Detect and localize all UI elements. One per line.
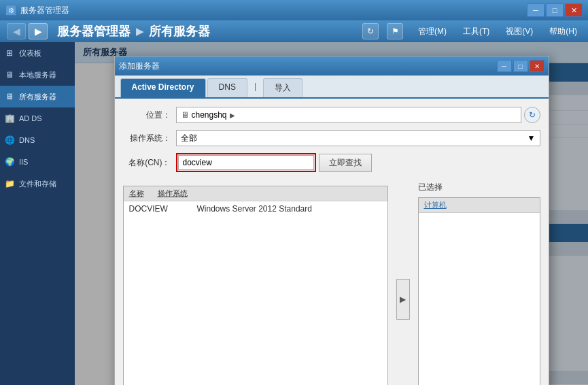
files-icon: 📁 [4,178,15,189]
local-icon: 🖥 [4,69,15,80]
sidebar-label-dns: DNS [19,136,35,144]
results-header: 名称 操作系统 [124,186,387,201]
dns-icon: 🌐 [4,135,15,146]
sidebar-label-files: 文件和存储 [19,179,56,189]
dialog-close[interactable]: ✕ [530,60,544,72]
close-button[interactable]: ✕ [565,3,583,17]
sidebar-label-all-servers: 所有服务器 [19,92,56,102]
title-bar-left: ⚙ 服务器管理器 [5,5,69,16]
result-name-cell: DOCVIEW [129,204,184,214]
tools-menu[interactable]: 工具(T) [459,23,494,40]
results-table: 名称 操作系统 DOCVIEW Windows Server 2012 Stan… [123,186,388,385]
tab-active-directory[interactable]: Active Directory [120,78,206,97]
result-os-cell: Windows Server 2012 Standard [197,204,382,214]
transfer-button[interactable]: ▶ [396,279,410,320]
flag-icon[interactable]: ⚑ [387,23,403,39]
location-arrow: ▶ [230,112,235,119]
add-server-dialog: 添加服务器 ─ □ ✕ Active Directory DNS | 导入 [114,56,549,385]
sidebar: ⊞ 仪表板 🖥 本地服务器 🖥 所有服务器 🏢 AD DS 🌐 DNS 🌍 [0,42,75,385]
dialog-tabs: Active Directory DNS | 导入 [115,76,549,99]
dialog-form: 位置： 🖥 chengshq ▶ ↻ [123,107,540,385]
maximize-button[interactable]: □ [546,3,564,17]
main-window: ⚙ 服务器管理器 ─ □ ✕ ◀ ▶ 服务器管理器 ▶ 所有服务器 ↻ ⚑ 管理… [0,0,588,385]
breadcrumb-current[interactable]: 所有服务器 [149,23,210,39]
location-label: 位置： [123,110,171,121]
os-value: 全部 [181,133,197,144]
os-select[interactable]: 全部 ▼ [176,130,540,146]
sidebar-label-dashboard: 仪表板 [19,48,41,58]
view-menu[interactable]: 视图(V) [502,23,537,40]
window-title: 服务器管理器 [20,5,69,16]
back-button[interactable]: ◀ [7,23,26,39]
col-os-header: 操作系统 [158,188,188,199]
all-servers-icon: 🖥 [4,91,15,102]
os-arrow: ▼ [528,133,536,143]
sidebar-label-local: 本地服务器 [19,70,56,80]
content-area: ⊞ 仪表板 🖥 本地服务器 🖥 所有服务器 🏢 AD DS 🌐 DNS 🌍 [0,42,588,385]
modal-overlay: 添加服务器 ─ □ ✕ Active Directory DNS | 导入 [75,42,588,385]
dialog-maximize[interactable]: □ [513,60,528,72]
sidebar-item-iis[interactable]: 🌍 IIS [0,151,75,173]
col-name-header: 名称 [129,188,144,199]
title-bar: ⚙ 服务器管理器 ─ □ ✕ [0,0,588,20]
location-row: 位置： 🖥 chengshq ▶ ↻ [123,107,540,123]
breadcrumb: 服务器管理器 ▶ 所有服务器 [57,23,360,39]
sidebar-label-ad-ds: AD DS [19,114,42,122]
name-row: 名称(CN)： 立即查找 [123,153,540,172]
os-label: 操作系统： [123,133,171,144]
ad-ds-icon: 🏢 [4,113,15,124]
right-panel: 所有服务器 任务 ▲ 上次更 2014/1 2014/1 ▼ [75,42,588,385]
sidebar-item-dns[interactable]: 🌐 DNS [0,129,75,151]
tab-dns[interactable]: DNS [207,78,247,97]
app-icon: ⚙ [5,5,16,16]
dialog-title-bar: 添加服务器 ─ □ ✕ [115,56,549,76]
sidebar-label-iis: IIS [19,158,28,166]
menu-items: 管理(M) 工具(T) 视图(V) 帮助(H) [414,23,581,40]
results-container: 名称 操作系统 DOCVIEW Windows Server 2012 Stan… [123,182,388,385]
search-button[interactable]: 立即查找 [319,154,372,172]
tab-divider: | [249,78,262,97]
forward-button[interactable]: ▶ [29,23,48,39]
help-menu[interactable]: 帮助(H) [545,23,581,40]
name-input[interactable] [178,155,314,170]
minimize-button[interactable]: ─ [527,3,544,17]
iis-icon: 🌍 [4,156,15,167]
name-label: 名称(CN)： [123,157,171,169]
dialog-minimize[interactable]: ─ [497,60,512,72]
dialog-title-controls: ─ □ ✕ [497,60,544,72]
manage-menu[interactable]: 管理(M) [414,23,451,40]
sidebar-item-local[interactable]: 🖥 本地服务器 [0,64,75,86]
selected-area: 已选择 计算机 选择了 0 个计算机 [418,182,540,385]
name-input-container: 立即查找 [176,153,540,172]
sidebar-item-dashboard[interactable]: ⊞ 仪表板 [0,42,75,64]
title-bar-controls: ─ □ ✕ [527,3,583,17]
dialog-body: 位置： 🖥 chengshq ▶ ↻ [115,99,549,385]
refresh-icon[interactable]: ↻ [362,23,379,39]
location-input[interactable]: 🖥 chengshq ▶ [176,107,521,123]
os-input-container: 全部 ▼ [176,130,540,146]
tab-import[interactable]: 导入 [263,78,302,97]
selected-label: 已选择 [418,182,540,193]
dialog-title: 添加服务器 [119,61,160,72]
dashboard-icon: ⊞ [4,48,15,58]
os-row: 操作系统： 全部 ▼ [123,130,540,146]
results-section: 名称 操作系统 DOCVIEW Windows Server 2012 Stan… [123,182,540,385]
breadcrumb-root[interactable]: 服务器管理器 [57,23,131,39]
location-value: chengshq [192,110,227,120]
location-refresh-button[interactable]: ↻ [524,107,540,123]
selected-col-header: 计算机 [419,198,540,213]
sidebar-item-files[interactable]: 📁 文件和存储 [0,173,75,195]
breadcrumb-separator: ▶ [136,26,143,37]
sidebar-item-all-servers[interactable]: 🖥 所有服务器 [0,86,75,107]
sidebar-item-ad-ds[interactable]: 🏢 AD DS [0,107,75,129]
menu-bar: ◀ ▶ 服务器管理器 ▶ 所有服务器 ↻ ⚑ 管理(M) 工具(T) 视图(V)… [0,20,588,42]
menu-icons: ↻ ⚑ [362,23,411,39]
table-row[interactable]: DOCVIEW Windows Server 2012 Standard [124,201,387,216]
name-input-wrapper [176,153,316,172]
selected-list: 计算机 [418,197,540,385]
location-input-container: 🖥 chengshq ▶ ↻ [176,107,540,123]
